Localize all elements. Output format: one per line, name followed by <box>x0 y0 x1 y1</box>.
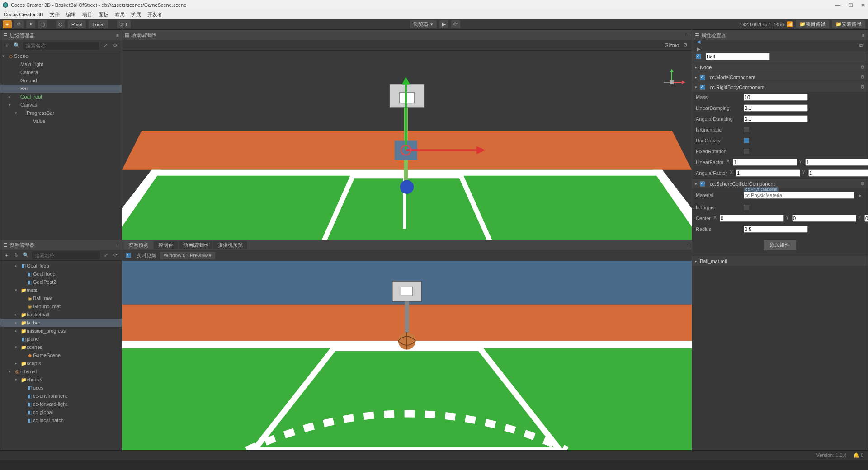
node-name-input[interactable] <box>706 53 770 60</box>
center-x-input[interactable] <box>720 215 784 222</box>
tree-row[interactable]: ▸Goal_root <box>0 93 122 101</box>
model-component-header[interactable]: ▸ cc.ModelComponent ⚙ <box>692 72 868 82</box>
fixed-rotation-checkbox[interactable] <box>744 149 749 154</box>
mode-3d-toggle[interactable]: 3D <box>117 20 131 28</box>
tab-asset-preview[interactable]: 资源预览 <box>124 241 153 249</box>
assets-search-input[interactable] <box>32 251 100 259</box>
menu-layout[interactable]: 布局 <box>115 11 125 18</box>
add-component-button[interactable]: 添加组件 <box>764 240 796 250</box>
tree-row[interactable]: Ball_mat <box>0 294 122 302</box>
ball-mat-header[interactable]: ▸Ball_mat.mtl <box>692 256 868 266</box>
tree-row[interactable]: cc-forward-light <box>0 400 122 408</box>
angular-factor-x-input[interactable] <box>736 169 800 177</box>
refresh-icon[interactable]: ⟳ <box>112 42 119 49</box>
is-kinematic-checkbox[interactable] <box>744 127 749 132</box>
panel-options-icon[interactable]: ≡ <box>686 32 689 38</box>
menu-app[interactable]: Cocos Creator 3D <box>4 12 43 17</box>
sort-icon[interactable]: ⇅ <box>13 252 19 259</box>
browse-dropdown[interactable]: 浏览器 ▾ <box>410 20 436 28</box>
menu-file[interactable]: 文件 <box>50 11 60 18</box>
sphere-collider-header[interactable]: ▾ cc.SphereColliderComponent ⚙ <box>692 179 868 188</box>
gear-icon[interactable]: ⚙ <box>682 42 689 49</box>
notification-icon[interactable]: 🔔 0 <box>853 452 863 458</box>
menu-panel[interactable]: 面板 <box>99 11 108 18</box>
menu-project[interactable]: 项目 <box>82 11 92 18</box>
panel-options-icon[interactable]: ≡ <box>687 242 690 248</box>
tree-row[interactable]: cc-local-batch <box>0 416 122 424</box>
linear-damping-input[interactable] <box>744 104 808 112</box>
tree-row[interactable]: Ground <box>0 76 122 85</box>
linear-factor-x-input[interactable] <box>733 159 797 166</box>
gear-icon[interactable]: ⚙ <box>860 64 865 70</box>
axis-gizmo[interactable] <box>658 69 685 96</box>
angular-factor-y-input[interactable] <box>808 169 868 177</box>
component-enable-checkbox[interactable] <box>700 85 705 90</box>
tree-row[interactable]: ▾scenes <box>0 343 122 351</box>
scene-viewport[interactable] <box>122 51 692 240</box>
menu-developer[interactable]: 开发者 <box>147 11 162 18</box>
install-path-button[interactable]: 📁 安装路径 <box>832 20 865 28</box>
tree-row[interactable]: ▸scripts <box>0 359 122 367</box>
close-button[interactable]: ✕ <box>861 2 865 8</box>
link-icon[interactable]: ⧉ <box>858 42 865 49</box>
menu-edit[interactable]: 编辑 <box>66 11 76 18</box>
minimize-button[interactable]: — <box>835 2 840 8</box>
assets-tree[interactable]: ▸GoalHoopGoalHoopGoalPost2▾matsBall_matG… <box>0 261 122 450</box>
tree-row[interactable]: ▾Scene <box>0 52 122 60</box>
gear-icon[interactable]: ⚙ <box>860 181 865 187</box>
hierarchy-search-input[interactable] <box>23 42 99 50</box>
panel-options-icon[interactable]: ≡ <box>116 242 119 248</box>
tree-row[interactable]: Ball <box>0 85 122 93</box>
tree-row[interactable]: ▸GoalHoop <box>0 262 122 270</box>
collapse-icon[interactable]: ⤢ <box>103 252 109 259</box>
center-z-input[interactable] <box>864 215 868 222</box>
realtime-checkbox[interactable] <box>126 253 131 258</box>
project-path-button[interactable]: 📁 项目路径 <box>796 20 829 28</box>
gear-icon[interactable]: ⚙ <box>860 74 865 80</box>
tab-console[interactable]: 控制台 <box>154 241 178 249</box>
tree-row[interactable]: cc-global <box>0 408 122 416</box>
scale-tool-button[interactable]: ▢ <box>38 20 47 28</box>
tree-row[interactable]: ▾ProgressBar <box>0 109 122 117</box>
gear-icon[interactable]: ⚙ <box>860 84 865 90</box>
hierarchy-tree[interactable]: ▾SceneMain LightCameraGroundBall▸Goal_ro… <box>0 51 122 240</box>
tree-row[interactable]: Ground_mat <box>0 302 122 310</box>
tree-row[interactable]: Camera <box>0 68 122 76</box>
refresh-icon[interactable]: ⟳ <box>112 252 119 259</box>
component-enable-checkbox[interactable] <box>700 181 705 187</box>
tree-row[interactable]: GameScene <box>0 351 122 359</box>
tree-row[interactable]: ▸mission_progress <box>0 327 122 335</box>
refresh-button[interactable]: ⟳ <box>14 20 24 28</box>
tree-row[interactable]: GoalHoop <box>0 270 122 278</box>
play-button[interactable]: ▶ <box>439 20 448 28</box>
preview-window-dropdown[interactable]: Window 0 - Preview ▾ <box>160 252 215 259</box>
collapse-icon[interactable]: ⤢ <box>102 42 109 49</box>
local-toggle[interactable]: Local <box>89 20 108 28</box>
tree-row[interactable]: ▾Canvas <box>0 101 122 109</box>
add-node-button[interactable]: + <box>3 20 12 28</box>
tree-row[interactable]: plane <box>0 335 122 343</box>
tree-row[interactable]: ▸basketball <box>0 310 122 319</box>
tab-animation[interactable]: 动画编辑器 <box>179 241 212 249</box>
mass-input[interactable] <box>744 94 808 101</box>
center-y-input[interactable] <box>792 215 856 222</box>
tree-row[interactable]: cc-environment <box>0 392 122 400</box>
tree-row[interactable]: Value <box>0 117 122 125</box>
rigidbody-component-header[interactable]: ▾ cc.RigidBodyComponent ⚙ <box>692 82 868 92</box>
tree-row[interactable]: aces <box>0 384 122 392</box>
pivot-icon[interactable]: ◎ <box>56 20 65 28</box>
node-enable-checkbox[interactable] <box>696 54 701 59</box>
tree-row[interactable]: ▾chunks <box>0 376 122 384</box>
tree-row[interactable]: ▾mats <box>0 286 122 294</box>
material-picker-icon[interactable]: ▸ <box>857 192 864 199</box>
pivot-toggle[interactable]: Pivot <box>68 20 86 28</box>
maximize-button[interactable]: ☐ <box>849 2 853 8</box>
tree-row[interactable]: ▸lv_bar <box>0 319 122 327</box>
linear-factor-y-input[interactable] <box>805 159 868 166</box>
back-icon[interactable]: ◀ <box>695 38 702 46</box>
use-gravity-checkbox[interactable] <box>744 138 749 143</box>
gizmo-label[interactable]: Gizmo <box>665 42 679 48</box>
tree-row[interactable]: ▾internal <box>0 367 122 376</box>
angular-damping-input[interactable] <box>744 115 808 122</box>
add-asset-button[interactable]: + <box>3 252 10 259</box>
